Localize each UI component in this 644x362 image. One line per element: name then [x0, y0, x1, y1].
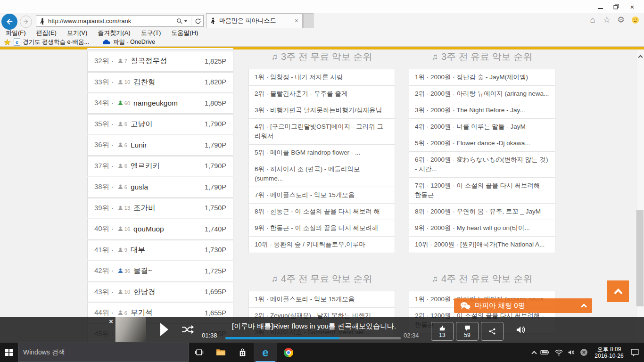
sheet-rank-item[interactable]: 10위 · 몽환의 숲 / 키네틱플로우,이루마 [248, 236, 395, 253]
browser-tab[interactable]: 마음만은 피아니스트 × [206, 13, 303, 28]
task-view-button[interactable] [189, 343, 209, 362]
scrollbar-up-arrow[interactable] [636, 53, 644, 61]
sheet-rank-item[interactable]: 1위 · 임창정 - 내가 저지른 사랑 [248, 69, 395, 86]
user-points: 1,820P [205, 78, 226, 86]
sheet-rank-item[interactable]: 1위 · 메이플스토리 - 악보 15개모음 [248, 291, 395, 308]
new-tab-stub[interactable] [303, 13, 314, 28]
start-button[interactable] [0, 343, 18, 362]
sheet-rank-item[interactable]: 10위 · 2000원 · [원키]애국가(The National A... [409, 236, 555, 253]
menu-item[interactable]: 도구(T) [141, 29, 161, 37]
chat-bar[interactable]: 마피아 채팅 0명 [454, 298, 592, 313]
sheet-rank-item[interactable]: 1위 · 2000원 · 장난감 숲 - JayM(제이엠) [409, 69, 555, 86]
clock-date: 2016-10-26 [592, 353, 626, 359]
taskbar-search-box[interactable]: Windows 검색 [18, 343, 189, 362]
rank-label: 44위 · [94, 308, 114, 317]
favorite-link-ebaeum[interactable]: e 경기도 평생학습 e-배움... [14, 38, 89, 46]
progress-bar[interactable] [225, 337, 401, 339]
user-ranking-row[interactable]: 35위 · 6 고냥이 1,790P [87, 114, 233, 135]
comment-button[interactable]: 59 [456, 322, 479, 341]
sheet-rank-item[interactable]: 9위 · 2000원 · My heart will go on(타이... [409, 220, 555, 237]
video-thumbnail[interactable] [115, 317, 146, 342]
favorites-star-icon[interactable]: ☆ [602, 15, 612, 25]
settings-gear-icon[interactable]: ⚙ [616, 15, 626, 25]
speaker-icon[interactable] [568, 349, 576, 355]
progress-fill [225, 337, 339, 339]
internet-explorer-button[interactable]: e [254, 343, 277, 362]
user-ranking-row[interactable]: 42위 · 36 물결~ 1,725P [87, 261, 233, 281]
sheet-rank-item[interactable]: 8위 · 2000원 · 우연히 봄 - 유주, 로꼬 _ JayM [409, 203, 555, 220]
sheet-rank-item[interactable]: 7위 · 1200원 · 이 소설의 끝을 다시 써보려해 - 한동근 [409, 177, 555, 204]
share-button[interactable] [481, 322, 504, 341]
menu-item[interactable]: 도움말(H) [171, 29, 198, 37]
tab-close-icon[interactable]: × [295, 17, 298, 25]
url-text[interactable]: http://www.mapianist.com/rank [48, 17, 176, 25]
user-ranking-row[interactable]: 34위 · 60 namgeukgom 1,805P [87, 93, 233, 114]
sheet-rank-item[interactable]: 2위 · 2000원 · 아리랑 뉴에이지 (arirang newa... [409, 85, 555, 102]
user-points: 1,725P [205, 267, 226, 275]
user-ranking-row[interactable]: 39위 · 13 조가비 1,750P [87, 198, 233, 219]
sheet-rank-item[interactable]: 5위 · 2000원 · Flower dance -Dj okawa... [409, 135, 555, 152]
sheet-rank-item[interactable]: 9위 · 한동근 - 이 소설의 끝을 다시 써보려해 [248, 220, 395, 237]
address-bar[interactable]: http://www.mapianist.com/rank [36, 15, 204, 27]
shuffle-icon[interactable] [182, 324, 194, 335]
chrome-button[interactable] [278, 343, 299, 362]
home-icon[interactable]: ⌂ [587, 15, 598, 25]
sheet-rank-item[interactable]: 5위 · 메이플 BGM raindrop flower - ... [248, 144, 395, 161]
menu-item[interactable]: 보기(V) [67, 29, 87, 37]
user-ranking-row[interactable]: 38위 · 6 gusla 1,790P [87, 177, 233, 197]
favorites-bar-star-icon[interactable] [4, 39, 11, 46]
restore-button[interactable] [608, 0, 624, 13]
search-icon[interactable] [176, 18, 182, 24]
search-dropdown-caret[interactable] [184, 20, 188, 22]
favorite-link-onedrive[interactable]: 파일 - OneDrive [102, 38, 155, 46]
sheet-rank-item[interactable]: 3위 · 비행기편곡 날지못하는비행기/심재윤님 [248, 102, 395, 119]
wifi-icon[interactable] [554, 349, 563, 356]
sheet-rank-item[interactable]: 3위 · 2000원 · The Night Before - Jay... [409, 102, 555, 119]
sheet-rank-item[interactable]: 6위 · 2000원 · 変わらないもの(변하지 않는 것) - 시간... [409, 151, 555, 178]
menu-item[interactable]: 파일(F) [6, 29, 26, 37]
user-ranking-row[interactable]: 40위 · 16 qouMuop 1,740P [87, 219, 233, 239]
ie-page-icon: e [14, 38, 20, 46]
user-ranking-row[interactable]: 33위 · 10 김찬형 1,820P [87, 72, 233, 93]
scrollbar-thumb[interactable] [636, 210, 644, 306]
user-level: 6 [124, 310, 127, 316]
hidden-icons-chevron[interactable] [531, 351, 537, 356]
chat-expand-chevron-icon[interactable] [581, 304, 587, 310]
play-button[interactable] [160, 323, 168, 336]
close-button[interactable]: × [624, 0, 640, 13]
windows-store-button[interactable] [232, 343, 253, 362]
back-arrow-icon [5, 17, 14, 26]
disconnect-status-icon[interactable] [580, 348, 588, 356]
sheet-rank-item[interactable]: 8위 · 한동근 - 이 소설의 끝을 다시 써보려 해 [248, 203, 395, 220]
refresh-icon[interactable] [195, 18, 201, 25]
menu-bar: 파일(F)편집(E)보기(V)즐겨찾기(A)도구(T)도움말(H) [0, 28, 644, 38]
sheet-rank-item[interactable]: 2위 · 볼빨간사춘기 - 우주를 줄게 [248, 85, 395, 102]
scrollbar-track[interactable] [636, 49, 644, 362]
back-button[interactable] [1, 14, 17, 30]
user-ranking-row[interactable]: 41위 · 9 대부 1,730P [87, 240, 233, 261]
menu-item[interactable]: 편집(E) [36, 29, 57, 37]
player-close-icon[interactable]: × [109, 317, 113, 325]
user-ranking-row[interactable]: 43위 · 10 한남경 1,695P [87, 282, 233, 303]
forward-button[interactable] [20, 16, 32, 28]
user-ranking-row[interactable]: 32위 · 7 칠곡정우성 1,825P [87, 51, 233, 72]
action-center-icon[interactable] [630, 348, 639, 356]
battery-icon[interactable] [540, 349, 550, 355]
volume-icon[interactable] [515, 325, 528, 334]
rank-label: 42위 · [94, 266, 114, 275]
file-explorer-button[interactable] [210, 343, 231, 362]
sheet-rank-item[interactable]: 4위 · [구르미그린달빛OST]베이지 - 그리워 그리워서 [248, 118, 395, 145]
favorites-bar: e 경기도 평생학습 e-배움... 파일 - OneDrive [0, 38, 644, 47]
user-ranking-row[interactable]: 36위 · 6 Lunir 1,790P [87, 135, 233, 156]
sheet-rank-item[interactable]: 4위 · 2000원 · 너를 이루는 말들 - JayM [409, 118, 555, 135]
smiley-feedback-icon[interactable] [630, 15, 640, 25]
scroll-to-top-button[interactable] [607, 280, 629, 302]
user-ranking-row[interactable]: 37위 · 6 엘르키키 1,790P [87, 156, 233, 177]
sheet-rank-item[interactable]: 6위 · 히사이시 조 (편곡) - 메들리악보 (summe... [248, 161, 395, 187]
sheet-rank-item[interactable]: 7위 · 메이플스토리 - 악보 15개모음 [248, 187, 395, 204]
taskbar-clock[interactable]: 오후 8:09 2016-10-26 [592, 346, 626, 359]
user-level-icon [118, 80, 123, 85]
like-button[interactable]: 13 [431, 322, 454, 341]
menu-item[interactable]: 즐겨찾기(A) [98, 29, 130, 37]
minimize-button[interactable] [592, 0, 608, 13]
